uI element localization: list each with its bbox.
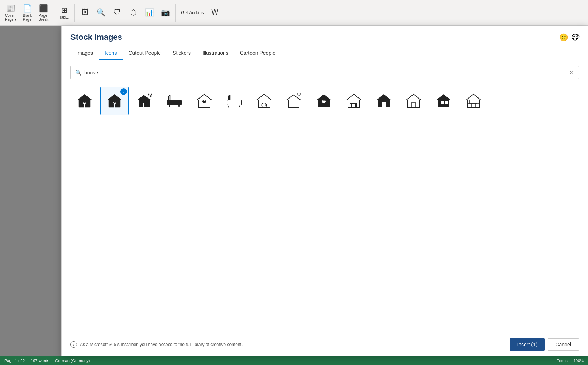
addins-label: Get Add-ins	[181, 10, 204, 15]
svg-rect-19	[382, 102, 386, 107]
svg-rect-5	[167, 100, 182, 105]
svg-rect-24	[472, 104, 475, 107]
svg-rect-8	[227, 100, 241, 105]
insert-button[interactable]: Insert (1)	[510, 338, 545, 351]
tab-images[interactable]: Images	[70, 46, 99, 60]
toolbar-wikipedia[interactable]: W	[208, 7, 222, 19]
icon-house-heart2[interactable]	[310, 87, 338, 115]
svg-point-6	[169, 105, 170, 107]
shapes-icon: 🔍	[97, 8, 106, 17]
footer-info-text: As a Microsoft 365 subscriber, you have …	[80, 342, 243, 347]
svg-text:✦: ✦	[296, 93, 298, 95]
svg-text:%: %	[113, 102, 116, 106]
icon-house-sparkle[interactable]: ✦ ✦ ✦	[130, 87, 159, 115]
toolbar-divider-2	[74, 4, 75, 22]
cancel-button[interactable]: Cancel	[548, 338, 579, 351]
svg-rect-21	[441, 101, 444, 104]
table-icon: ⊞	[61, 6, 67, 15]
cover-page-icon: 📰	[6, 4, 15, 13]
icon-house-percent[interactable]: %	[70, 87, 99, 115]
toolbar-divider-1	[54, 4, 54, 22]
svg-rect-20	[412, 102, 415, 107]
status-right: Focus 100%	[557, 358, 584, 363]
tab-stickers[interactable]: Stickers	[167, 46, 197, 60]
page-break-label: PageBreak	[39, 14, 48, 22]
cover-page-label: CoverPage ▾	[5, 14, 16, 22]
icons-grid-container[interactable]: % ✓ % ✦ ✦ ✦	[62, 85, 588, 333]
icon-house-modern[interactable]	[429, 87, 458, 115]
toolbar-addins[interactable]: Get Add-ins	[179, 9, 206, 17]
page-info[interactable]: Page 1 of 2	[4, 358, 25, 363]
svg-text:✦: ✦	[147, 93, 150, 96]
svg-line-10	[239, 106, 240, 107]
dialog-footer: i As a Microsoft 365 subscriber, you hav…	[62, 333, 588, 356]
page-break-icon: ⬛	[39, 4, 48, 13]
svg-line-9	[228, 106, 229, 107]
icon-house-heart[interactable]	[190, 87, 218, 115]
svg-point-12	[265, 105, 266, 106]
toolbar-3d[interactable]: ⬡	[126, 7, 140, 19]
svg-rect-25	[470, 100, 472, 104]
selected-checkmark: ✓	[120, 88, 127, 95]
focus-label[interactable]: Focus	[557, 358, 568, 363]
dialog-header: Stock Images 🙂 ☹	[62, 26, 588, 42]
icons-icon: 🛡	[113, 8, 121, 16]
stock-images-dialog: × Stock Images 🙂 ☹ Images Icons Cutout P…	[61, 26, 588, 356]
wikipedia-icon: W	[211, 8, 218, 16]
search-icon: 🔍	[75, 70, 81, 76]
svg-rect-18	[350, 103, 357, 104]
toolbar-shapes[interactable]: 🔍	[94, 7, 108, 19]
tab-cutout-people[interactable]: Cutout People	[123, 46, 167, 60]
icon-bathtub-outline[interactable]	[220, 87, 248, 115]
search-container: 🔍 ×	[62, 60, 588, 85]
tabs-container: Images Icons Cutout People Stickers Illu…	[62, 46, 588, 60]
toolbar-smartart[interactable]: 📊	[142, 7, 156, 19]
icon-house-plain[interactable]	[370, 87, 398, 115]
footer-info: i As a Microsoft 365 subscriber, you hav…	[70, 341, 243, 348]
word-count[interactable]: 197 words	[31, 358, 49, 363]
close-icon: ×	[576, 32, 580, 39]
tab-cartoon-people[interactable]: Cartoon People	[234, 46, 281, 60]
dialog-title: Stock Images	[70, 32, 122, 42]
icon-house-outline[interactable]	[399, 87, 428, 115]
screenshot-icon: 📷	[161, 8, 170, 17]
search-input-wrapper: 🔍 ×	[70, 66, 579, 79]
smartart-icon: 📊	[145, 8, 154, 17]
search-clear-button[interactable]: ×	[569, 69, 574, 76]
icon-house-pillar[interactable]	[340, 87, 368, 115]
status-bar: Page 1 of 2 197 words German (Germany) F…	[0, 356, 588, 365]
tab-icons[interactable]: Icons	[99, 46, 123, 60]
footer-buttons: Insert (1) Cancel	[510, 338, 579, 351]
pictures-icon: 🖼	[81, 8, 89, 16]
icon-house-percent-selected[interactable]: ✓ %	[100, 87, 129, 115]
blank-page-label: BlankPage	[23, 14, 32, 22]
icon-house-multi[interactable]	[459, 87, 488, 115]
dialog-close-button[interactable]: ×	[573, 30, 583, 41]
toolbar-pictures[interactable]: 🖼	[78, 7, 92, 19]
icon-house-sparkle2[interactable]: ✦ ✦ ✦	[280, 87, 308, 115]
svg-text:✦: ✦	[150, 93, 153, 96]
blank-page-icon: 📄	[23, 4, 32, 13]
toolbar-screenshot[interactable]: 📷	[158, 7, 173, 19]
language-label[interactable]: German (Germany)	[55, 358, 90, 363]
info-icon: i	[70, 341, 77, 348]
clear-icon: ×	[570, 69, 573, 76]
toolbar-blank-page[interactable]: 📄 BlankPage	[20, 3, 35, 23]
svg-rect-22	[445, 101, 448, 104]
icon-bathtub[interactable]	[160, 87, 189, 115]
icon-house-pet-door[interactable]	[250, 87, 278, 115]
toolbar-cover-page[interactable]: 📰 CoverPage ▾	[3, 3, 19, 23]
svg-rect-26	[475, 100, 477, 104]
zoom-level[interactable]: 100%	[573, 358, 584, 363]
toolbar-table[interactable]: ⊞ Tabl...	[57, 4, 71, 21]
search-input[interactable]	[84, 70, 569, 76]
word-toolbar: 📰 CoverPage ▾ 📄 BlankPage ⬛ PageBreak ⊞ …	[0, 0, 588, 26]
toolbar-icons[interactable]: 🛡	[110, 7, 124, 19]
svg-text:✦: ✦	[299, 93, 301, 95]
table-label: Tabl...	[59, 15, 69, 19]
icons-grid: % ✓ % ✦ ✦ ✦	[70, 85, 579, 116]
toolbar-page-break[interactable]: ⬛ PageBreak	[36, 3, 51, 23]
smiley-icon: 🙂	[559, 33, 568, 42]
svg-point-7	[178, 105, 180, 107]
tab-illustrations[interactable]: Illustrations	[197, 46, 234, 60]
